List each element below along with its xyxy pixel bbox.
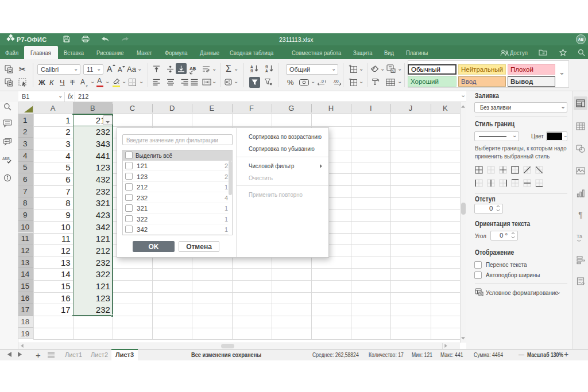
svg-text:Та: Та (577, 234, 582, 239)
svg-text:А: А (265, 69, 268, 73)
svg-text:.00: .00 (333, 79, 339, 83)
svg-text:.0: .0 (320, 79, 324, 83)
svg-text:Я: Я (250, 69, 253, 73)
svg-text:А: А (250, 65, 253, 69)
svg-text:АБВ: АБВ (2, 157, 10, 161)
svg-text:S: S (392, 69, 394, 73)
svg-text:Я: Я (265, 65, 268, 69)
